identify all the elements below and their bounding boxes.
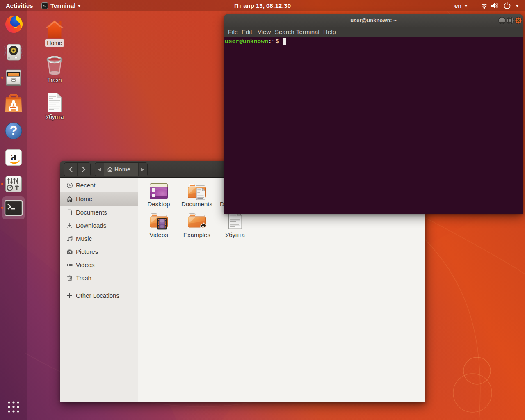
svg-text:?: ? bbox=[10, 123, 18, 138]
svg-text:a: a bbox=[11, 149, 17, 163]
